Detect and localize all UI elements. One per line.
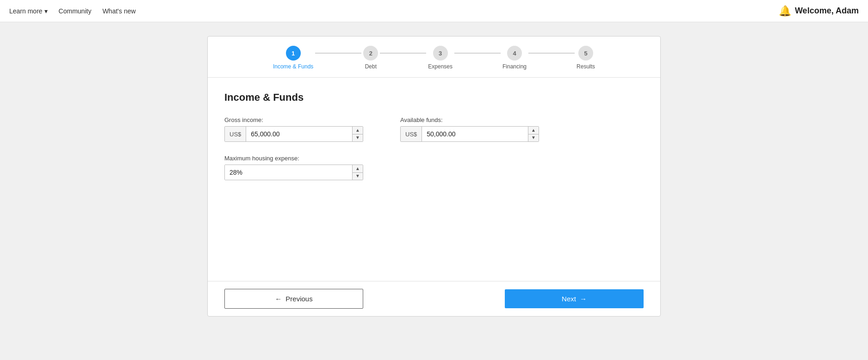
step-1-circle: 1 <box>286 46 301 61</box>
step-1-label: Income & Funds <box>273 63 313 70</box>
step-4[interactable]: 4 Financing <box>502 46 527 70</box>
section-title: Income & Funds <box>224 92 644 104</box>
available-funds-group: Available funds: US$ ▲ ▼ <box>400 116 539 142</box>
gross-income-label: Gross income: <box>224 116 363 123</box>
form-area: Income & Funds Gross income: US$ ▲ ▼ <box>208 78 660 281</box>
gross-income-spin-down[interactable]: ▼ <box>353 134 363 142</box>
step-3[interactable]: 3 Expenses <box>428 46 453 70</box>
max-housing-label: Maximum housing expense: <box>224 155 363 162</box>
whats-new-label: What's new <box>102 7 136 15</box>
available-funds-spin-up[interactable]: ▲ <box>528 127 539 134</box>
available-funds-input-wrapper: US$ ▲ ▼ <box>400 126 539 142</box>
step-2[interactable]: 2 Debt <box>363 46 378 70</box>
available-funds-spin-down[interactable]: ▼ <box>528 134 539 142</box>
stepper: 1 Income & Funds 2 Debt 3 Expenses 4 Fin… <box>208 37 660 78</box>
gross-income-prefix: US$ <box>225 127 246 141</box>
max-housing-input-wrapper: ▲ ▼ <box>224 165 363 180</box>
learn-more-nav[interactable]: Learn more ▾ <box>9 7 48 15</box>
housing-row: Maximum housing expense: ▲ ▼ <box>224 155 644 180</box>
max-housing-input[interactable] <box>225 165 352 180</box>
welcome-text: Welcome, Adam <box>795 6 859 16</box>
max-housing-spinners: ▲ ▼ <box>352 165 363 180</box>
step-line-3-4 <box>454 53 501 54</box>
income-funds-row: Gross income: US$ ▲ ▼ Available funds: U… <box>224 116 644 142</box>
next-arrow-icon: → <box>580 295 587 303</box>
available-funds-label: Available funds: <box>400 116 539 123</box>
available-funds-prefix: US$ <box>401 127 422 141</box>
previous-label: Previous <box>285 295 312 303</box>
max-housing-group: Maximum housing expense: ▲ ▼ <box>224 155 363 180</box>
step-5[interactable]: 5 Results <box>577 46 595 70</box>
step-5-label: Results <box>577 63 595 70</box>
welcome-icon: 🔔 <box>779 5 791 17</box>
available-funds-input[interactable] <box>422 127 528 141</box>
user-welcome: 🔔 Welcome, Adam <box>779 5 859 17</box>
step-3-label: Expenses <box>428 63 453 70</box>
step-line-4-5 <box>528 53 575 54</box>
previous-button[interactable]: ← Previous <box>224 289 363 309</box>
community-label: Community <box>59 7 92 15</box>
next-label: Next <box>562 295 576 303</box>
step-1[interactable]: 1 Income & Funds <box>273 46 313 70</box>
whats-new-nav[interactable]: What's new <box>102 7 136 15</box>
wizard-card: 1 Income & Funds 2 Debt 3 Expenses 4 Fin… <box>207 36 661 317</box>
top-navigation: Learn more ▾ Community What's new 🔔 Welc… <box>0 0 868 22</box>
step-4-circle: 4 <box>507 46 522 61</box>
step-5-circle: 5 <box>578 46 593 61</box>
step-2-label: Debt <box>365 63 377 70</box>
footer-buttons: ← Previous Next → <box>208 281 660 316</box>
previous-arrow-icon: ← <box>275 295 282 303</box>
gross-income-spinners: ▲ ▼ <box>352 127 363 141</box>
next-button[interactable]: Next → <box>505 289 644 308</box>
available-funds-spinners: ▲ ▼ <box>528 127 539 141</box>
gross-income-spin-up[interactable]: ▲ <box>353 127 363 134</box>
learn-more-label: Learn more <box>9 7 43 15</box>
gross-income-input-wrapper: US$ ▲ ▼ <box>224 126 363 142</box>
max-housing-spin-up[interactable]: ▲ <box>353 165 363 173</box>
step-4-label: Financing <box>502 63 527 70</box>
main-content: 1 Income & Funds 2 Debt 3 Expenses 4 Fin… <box>0 22 868 330</box>
step-line-1-2 <box>315 53 361 54</box>
gross-income-group: Gross income: US$ ▲ ▼ <box>224 116 363 142</box>
step-line-2-3 <box>380 53 426 54</box>
gross-income-input[interactable] <box>246 127 352 141</box>
community-nav[interactable]: Community <box>59 7 92 15</box>
step-2-circle: 2 <box>363 46 378 61</box>
chevron-down-icon: ▾ <box>44 7 48 15</box>
max-housing-spin-down[interactable]: ▼ <box>353 173 363 180</box>
step-3-circle: 3 <box>433 46 448 61</box>
